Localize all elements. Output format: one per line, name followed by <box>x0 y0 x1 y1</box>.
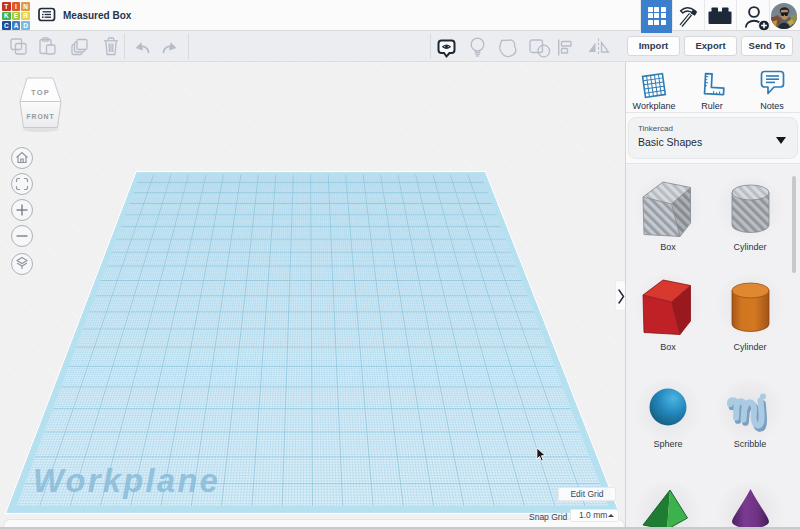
svg-text:FRONT: FRONT <box>27 113 55 120</box>
svg-text:TOP: TOP <box>31 88 50 97</box>
